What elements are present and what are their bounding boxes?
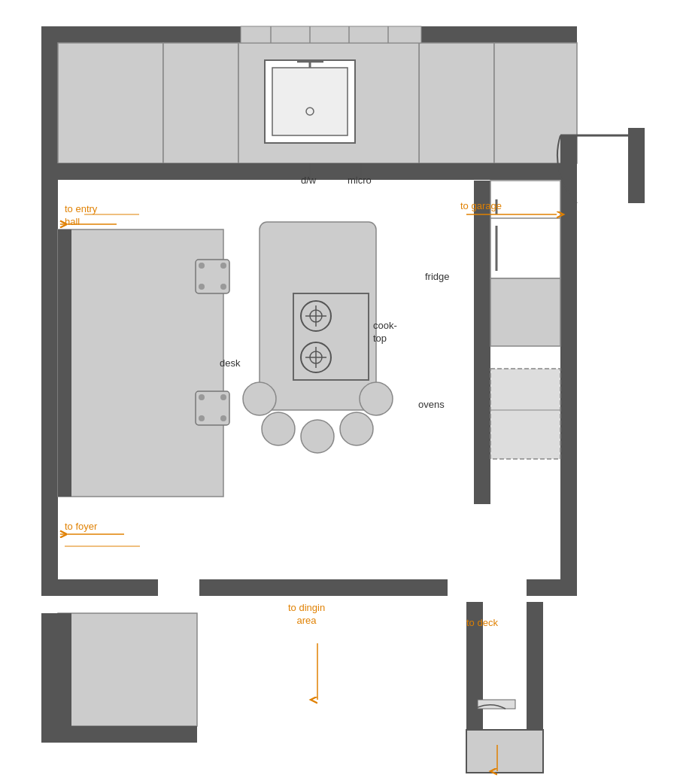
label-garage: to garage	[460, 200, 502, 211]
wall-bottom-cab	[41, 726, 197, 743]
chair2-wheel-bl	[199, 415, 205, 421]
wall-left-bottom	[41, 613, 58, 743]
chair-wheel-tl	[199, 263, 205, 269]
deck-platform	[466, 730, 543, 773]
chair-circle-1	[262, 412, 295, 445]
deck-wall-right	[527, 602, 543, 741]
chair-wheel-bl	[199, 284, 205, 290]
ovens-body	[490, 369, 560, 459]
door-deck	[478, 700, 515, 709]
chair-circle-right	[360, 382, 393, 415]
label-dw: d/w	[301, 175, 316, 186]
label-ovens: ovens	[418, 399, 445, 410]
chair2-wheel-tl	[199, 394, 205, 400]
wall-left-main	[41, 181, 58, 579]
wall-bottom-right	[527, 579, 577, 596]
cabinet-left2	[163, 43, 238, 163]
label-fridge: fridge	[425, 271, 450, 282]
sink-basin	[272, 68, 348, 135]
label-foyer: to foyer	[65, 521, 97, 532]
wall-bottom-mid	[199, 579, 448, 596]
floor-plan-svg	[0, 0, 677, 784]
floor-plan: d/w micro to entryhall to garage desk fr…	[0, 0, 677, 784]
chair2-wheel-br	[220, 415, 226, 421]
label-micro: micro	[348, 175, 372, 186]
chair-wheel-tr	[220, 263, 226, 269]
wall-right-main	[560, 135, 577, 579]
wall-bottom-left	[41, 579, 158, 596]
label-cooktop: cook-top	[373, 320, 397, 345]
wall-door-garage-right	[628, 128, 645, 203]
cabinet-left	[58, 43, 163, 163]
bottom-cabinet-trim	[58, 613, 71, 726]
label-dining: to dinginarea	[288, 602, 325, 628]
label-deck: to deck	[466, 617, 498, 628]
chair-circle-3	[340, 412, 373, 445]
wall-left-top	[41, 26, 58, 181]
chair2-wheel-tr	[220, 394, 226, 400]
fridge-body	[490, 181, 560, 278]
cabinet-right1	[419, 43, 494, 163]
chair-circle-left	[243, 382, 276, 415]
chair-wheel-br	[220, 284, 226, 290]
chair-circle-2	[301, 420, 334, 453]
label-desk: desk	[220, 357, 240, 369]
bottom-cabinet	[58, 613, 197, 726]
counter-right	[490, 278, 560, 346]
window-top	[241, 26, 421, 43]
desk-left-trim	[58, 229, 71, 497]
label-entry-hall: to entryhall	[65, 203, 97, 229]
wall-kitchen-right	[474, 181, 490, 504]
